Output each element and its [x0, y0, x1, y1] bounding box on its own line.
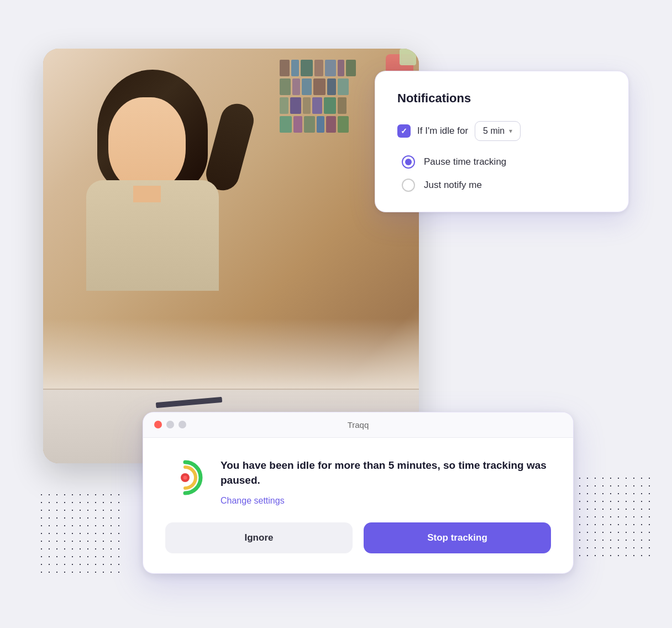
radio-options: Pause time tracking Just notify me: [397, 155, 606, 192]
traqq-content-row: You have been idle for more than 5 minut…: [165, 458, 551, 506]
traqq-app-name: Traqq: [348, 420, 369, 430]
dot-pattern-right: [568, 474, 657, 563]
notifications-title: Notifications: [397, 91, 606, 106]
radio-notify[interactable]: Just notify me: [402, 179, 606, 192]
svg-point-1: [183, 475, 187, 479]
dot-pattern-left: [38, 491, 120, 574]
traqq-titlebar: Traqq: [143, 412, 573, 438]
scene: Notifications ✓ If I'm idle for 5 min ▾ …: [32, 38, 640, 590]
traqq-body: You have been idle for more than 5 minut…: [143, 438, 573, 573]
window-controls: [154, 421, 186, 428]
radio-pause[interactable]: Pause time tracking: [402, 155, 606, 169]
ignore-button[interactable]: Ignore: [165, 522, 353, 553]
checkbox-check-icon: ✓: [401, 127, 407, 135]
radio-pause-indicator: [402, 155, 415, 169]
traqq-message-text: You have been idle for more than 5 minut…: [221, 458, 551, 488]
traqq-logo: [165, 458, 205, 498]
maximize-window-button[interactable]: [179, 421, 186, 428]
traqq-buttons: Ignore Stop tracking: [165, 522, 551, 553]
idle-label: If I'm idle for: [417, 125, 468, 137]
chevron-down-icon: ▾: [509, 127, 512, 135]
radio-pause-label: Pause time tracking: [424, 156, 506, 168]
radio-notify-indicator: [402, 179, 415, 192]
time-value: 5 min: [483, 126, 505, 136]
photo-background: [43, 49, 419, 463]
radio-pause-dot: [405, 159, 412, 165]
idle-checkbox[interactable]: ✓: [397, 124, 411, 138]
close-window-button[interactable]: [154, 421, 162, 428]
radio-notify-label: Just notify me: [424, 180, 482, 191]
photo-card: [43, 49, 419, 463]
idle-row: ✓ If I'm idle for 5 min ▾: [397, 121, 606, 141]
traqq-message: You have been idle for more than 5 minut…: [221, 458, 551, 506]
time-select[interactable]: 5 min ▾: [475, 121, 521, 141]
traqq-window: Traqq You: [143, 412, 574, 574]
minimize-window-button[interactable]: [166, 421, 174, 428]
notifications-card: Notifications ✓ If I'm idle for 5 min ▾ …: [375, 71, 629, 212]
change-settings-link[interactable]: Change settings: [221, 496, 285, 505]
stop-tracking-button[interactable]: Stop tracking: [364, 522, 551, 553]
